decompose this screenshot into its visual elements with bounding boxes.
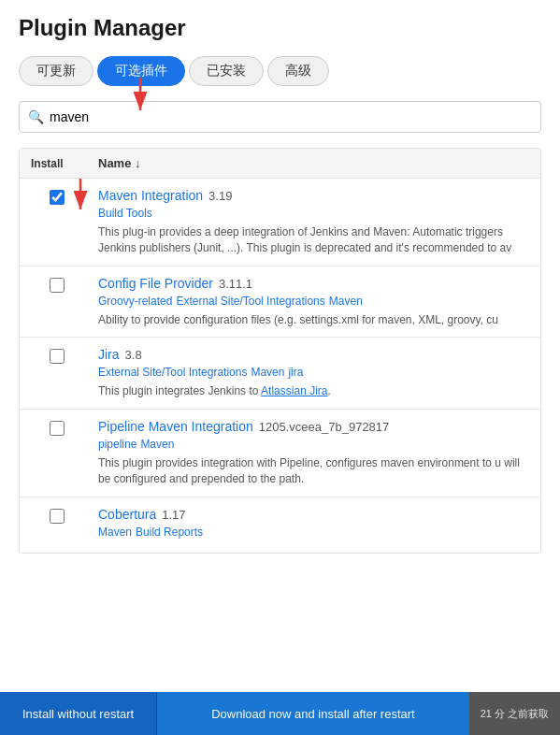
plugin-version-config-file: 3.11.1 [219, 277, 252, 291]
plugin-desc-config-file: Ability to provide configuration files (… [98, 312, 529, 328]
tab-available[interactable]: 可选插件 [97, 56, 185, 86]
plugin-content-config-file: Config File Provider 3.11.1 Groovy-relat… [98, 276, 529, 328]
plugin-table: Install Name ↓ Maven Integration 3.1 [19, 148, 541, 554]
plugin-tags-config-file: Groovy-related External Site/Tool Integr… [98, 295, 529, 308]
checkbox-pipeline-maven[interactable] [50, 421, 65, 436]
plugin-row: Jira 3.8 External Site/Tool Integrations… [20, 338, 540, 410]
install-without-restart-button[interactable]: Install without restart [0, 692, 157, 735]
tag-external-site[interactable]: External Site/Tool Integrations [176, 295, 324, 308]
tag-maven-cobertura[interactable]: Maven [98, 526, 132, 539]
tag-groovy[interactable]: Groovy-related [98, 295, 172, 308]
tag-build-reports[interactable]: Build Reports [136, 526, 203, 539]
tab-updates[interactable]: 可更新 [19, 56, 93, 86]
plugin-name-pipeline-maven[interactable]: Pipeline Maven Integration [98, 419, 253, 434]
checkbox-cobertura[interactable] [50, 509, 65, 524]
plugin-desc-pipeline-maven: This plugin provides integration with Pi… [98, 455, 529, 487]
atlassian-link[interactable]: Atlassian Jira [261, 384, 327, 397]
plugin-row: Cobertura 1.17 Maven Build Reports [20, 497, 540, 553]
plugin-row: Maven Integration 3.19 Build Tools This … [20, 179, 540, 267]
plugin-desc-maven-integration: This plug-in provides a deep integration… [98, 224, 529, 256]
tag-build-tools[interactable]: Build Tools [98, 207, 152, 220]
tag-maven-cf[interactable]: Maven [329, 295, 363, 308]
col-install-header: Install [31, 157, 83, 170]
plugin-desc-jira: This plugin integrates Jenkins to Atlass… [98, 383, 529, 399]
checkbox-jira[interactable] [50, 349, 65, 364]
plugin-version-maven-integration: 3.19 [208, 189, 232, 203]
plugin-tags-pipeline-maven: pipeline Maven [98, 438, 529, 451]
plugin-content-jira: Jira 3.8 External Site/Tool Integrations… [98, 347, 529, 399]
tag-pipeline[interactable]: pipeline [98, 438, 136, 451]
plugin-version-pipeline-maven: 1205.vceea_7b_972817 [259, 420, 390, 434]
plugin-name-config-file[interactable]: Config File Provider [98, 276, 213, 291]
plugin-tags-maven-integration: Build Tools [98, 207, 529, 220]
tag-ext-site-jira[interactable]: External Site/Tool Integrations [98, 366, 247, 379]
tag-maven-jira[interactable]: Maven [251, 366, 284, 379]
plugin-version-jira: 3.8 [125, 348, 142, 362]
tabs-row: 可更新 可选插件 已安装 高级 [19, 56, 541, 86]
plugin-version-cobertura: 1.17 [162, 508, 185, 522]
search-input[interactable] [19, 101, 541, 133]
plugin-checkbox-maven-integration[interactable] [31, 188, 83, 205]
plugin-row: Config File Provider 3.11.1 Groovy-relat… [20, 267, 540, 339]
page-title: Plugin Manager [19, 15, 541, 41]
bottom-bar: Install without restart Download now and… [0, 692, 560, 735]
download-and-install-button[interactable]: Download now and install after restart [157, 692, 468, 735]
plugin-checkbox-config-file[interactable] [31, 276, 83, 293]
timestamp: 21 分 之前获取 [469, 692, 560, 735]
table-header: Install Name ↓ [20, 149, 540, 179]
plugin-name-cobertura[interactable]: Cobertura [98, 507, 156, 522]
plugin-content-cobertura: Cobertura 1.17 Maven Build Reports [98, 507, 529, 543]
plugin-row: Pipeline Maven Integration 1205.vceea_7b… [20, 410, 540, 497]
tag-jira[interactable]: jira [288, 366, 303, 379]
plugin-tags-cobertura: Maven Build Reports [98, 526, 529, 539]
plugin-name-jira[interactable]: Jira [98, 347, 120, 362]
plugin-checkbox-jira[interactable] [31, 347, 83, 364]
tag-maven-pipeline[interactable]: Maven [140, 438, 174, 451]
plugin-tags-jira: External Site/Tool Integrations Maven ji… [98, 366, 529, 379]
plugin-content-pipeline-maven: Pipeline Maven Integration 1205.vceea_7b… [98, 419, 529, 487]
plugin-name-maven-integration[interactable]: Maven Integration [98, 188, 203, 203]
col-name-header: Name ↓ [98, 156, 529, 170]
checkbox-maven-integration[interactable] [50, 190, 65, 205]
plugin-checkbox-pipeline-maven[interactable] [31, 419, 83, 436]
tab-advanced[interactable]: 高级 [267, 56, 329, 86]
plugin-content-maven-integration: Maven Integration 3.19 Build Tools This … [98, 188, 529, 256]
plugin-checkbox-cobertura[interactable] [31, 507, 83, 524]
checkbox-config-file[interactable] [50, 278, 65, 293]
search-icon: 🔍 [28, 109, 44, 124]
tab-installed[interactable]: 已安装 [189, 56, 264, 86]
search-row: 🔍 [19, 101, 541, 133]
